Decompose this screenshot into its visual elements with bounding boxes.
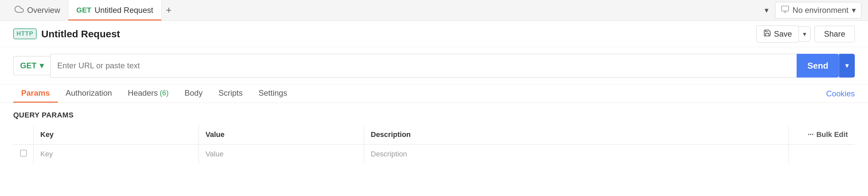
tab-params-label: Params xyxy=(21,89,50,98)
tab-overview[interactable]: Overview xyxy=(7,0,68,21)
th-key: Key xyxy=(34,125,199,144)
tab-body[interactable]: Body xyxy=(177,85,211,103)
row-key-cell[interactable]: Key xyxy=(34,144,199,164)
table-row: Key Value Description xyxy=(13,144,855,164)
save-button[interactable]: Save xyxy=(756,25,799,42)
tabs-right: Cookies xyxy=(826,89,855,99)
save-button-group: Save ▾ xyxy=(756,25,810,42)
plus-icon: + xyxy=(166,5,172,16)
env-label: No environment xyxy=(793,6,848,15)
row-value-cell[interactable]: Value xyxy=(199,144,364,164)
send-dropdown-button[interactable]: ▾ xyxy=(839,54,855,77)
row-description-cell[interactable]: Description xyxy=(364,144,789,164)
save-dropdown-button[interactable]: ▾ xyxy=(799,26,810,41)
chevron-down-icon: ▾ xyxy=(803,30,806,38)
header-actions: Save ▾ Share xyxy=(756,25,855,42)
request-tabs: Params Authorization Headers (6) Body Sc… xyxy=(0,85,868,103)
tab-scripts[interactable]: Scripts xyxy=(211,85,250,103)
tab-settings-label: Settings xyxy=(259,89,287,98)
tab-scripts-label: Scripts xyxy=(218,89,243,98)
share-label: Share xyxy=(824,29,845,38)
method-chevron: ▾ xyxy=(40,61,43,70)
save-label: Save xyxy=(774,29,792,39)
tab-authorization[interactable]: Authorization xyxy=(58,85,120,103)
request-name: Untitled Request xyxy=(41,28,120,40)
tab-bar-right: ▾ No environment ▾ xyxy=(765,2,861,19)
tab-overview-label: Overview xyxy=(27,6,60,15)
bulk-edit-icon: ··· xyxy=(808,130,813,139)
tab-authorization-label: Authorization xyxy=(66,89,112,98)
tab-active-request[interactable]: GET Untitled Request xyxy=(68,0,162,21)
save-icon xyxy=(763,29,771,39)
row-key-placeholder: Key xyxy=(40,150,53,158)
cloud-icon xyxy=(14,5,24,16)
tab-headers[interactable]: Headers (6) xyxy=(120,85,177,103)
params-table: Key Value Description ··· Bulk Edit xyxy=(13,125,855,164)
add-tab-button[interactable]: + xyxy=(162,3,176,18)
tab-bar: Overview GET Untitled Request + ▾ No env… xyxy=(0,0,868,21)
tab-body-label: Body xyxy=(184,89,203,98)
bulk-edit-button[interactable]: ··· Bulk Edit xyxy=(795,130,848,139)
active-tab-name: Untitled Request xyxy=(94,6,153,15)
tab-headers-label: Headers xyxy=(128,89,158,98)
env-icon xyxy=(781,5,789,15)
url-bar: GET ▾ Send ▾ xyxy=(0,47,868,85)
th-description: Description xyxy=(364,125,789,144)
request-title: HTTP Untitled Request xyxy=(13,28,120,40)
headers-badge: (6) xyxy=(160,89,169,97)
row-checkbox[interactable] xyxy=(20,150,27,156)
method-selector[interactable]: GET ▾ xyxy=(13,56,50,75)
bulk-edit-label: Bulk Edit xyxy=(816,130,848,139)
send-button[interactable]: Send xyxy=(797,54,839,77)
env-selector[interactable]: No environment ▾ xyxy=(775,2,861,19)
env-chevron: ▾ xyxy=(852,6,856,15)
svg-rect-0 xyxy=(781,6,789,11)
url-input[interactable] xyxy=(50,54,797,77)
row-description-placeholder: Description xyxy=(371,150,407,158)
tab-settings[interactable]: Settings xyxy=(251,85,296,103)
method-label: GET xyxy=(20,61,36,70)
section-title: Query Params xyxy=(13,111,855,120)
chevron-down-button[interactable]: ▾ xyxy=(765,6,769,15)
send-label: Send xyxy=(807,61,828,71)
active-tab-method: GET xyxy=(76,6,91,14)
send-chevron-icon: ▾ xyxy=(845,61,849,70)
request-header: HTTP Untitled Request Save ▾ Share xyxy=(0,21,868,47)
params-section: Query Params Key Value Description ··· B… xyxy=(0,103,868,164)
th-actions: ··· Bulk Edit xyxy=(789,125,855,144)
table-header-row: Key Value Description ··· Bulk Edit xyxy=(13,125,855,144)
cookies-button[interactable]: Cookies xyxy=(826,89,855,98)
share-button[interactable]: Share xyxy=(814,26,855,42)
row-checkbox-cell xyxy=(13,144,34,164)
th-checkbox xyxy=(13,125,34,144)
th-value: Value xyxy=(199,125,364,144)
row-value-placeholder: Value xyxy=(206,150,224,158)
http-icon: HTTP xyxy=(13,28,37,39)
row-actions-cell xyxy=(789,144,855,164)
tab-params[interactable]: Params xyxy=(13,85,58,103)
